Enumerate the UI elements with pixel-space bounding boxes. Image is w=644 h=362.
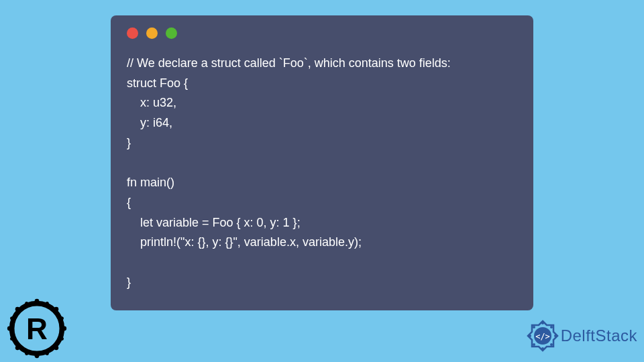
code-line: // We declare a struct called `Foo`, whi… — [127, 56, 451, 70]
code-line: } — [127, 136, 131, 149]
maximize-icon — [166, 27, 177, 39]
svg-point-22 — [541, 347, 544, 350]
code-line: fn main() — [127, 176, 174, 189]
svg-point-25 — [550, 326, 553, 328]
svg-point-8 — [54, 345, 58, 350]
svg-point-1 — [35, 299, 40, 304]
svg-point-7 — [15, 345, 20, 350]
svg-point-3 — [7, 326, 12, 331]
svg-point-13 — [10, 316, 13, 320]
svg-point-14 — [10, 337, 13, 341]
svg-point-5 — [15, 307, 20, 312]
svg-point-28 — [533, 343, 535, 346]
rust-logo-icon: R — [7, 298, 67, 359]
svg-point-27 — [550, 343, 553, 346]
traffic-lights — [127, 27, 517, 39]
svg-point-21 — [541, 322, 544, 324]
delftstack-name: DelftStack — [561, 326, 637, 345]
minimize-icon — [146, 27, 158, 39]
delftstack-logo: </> DelftStack — [526, 319, 637, 353]
svg-point-6 — [54, 307, 58, 312]
code-line: let variable = Foo { x: 0, y: 1 }; — [127, 216, 301, 229]
close-icon — [127, 27, 138, 39]
svg-point-15 — [60, 316, 64, 320]
svg-point-9 — [25, 302, 28, 305]
svg-point-23 — [529, 335, 531, 337]
code-line: { — [127, 196, 131, 209]
delftstack-icon: </> — [526, 319, 559, 353]
svg-text:</>: </> — [535, 332, 550, 341]
svg-point-16 — [60, 337, 64, 341]
svg-point-12 — [46, 352, 49, 355]
svg-point-4 — [62, 326, 66, 331]
code-line: struct Foo { — [127, 76, 188, 90]
code-line: x: u32, — [127, 96, 176, 109]
code-line: println!("x: {}, y: {}", variable.x, var… — [127, 235, 362, 249]
code-line: } — [127, 276, 131, 289]
svg-point-2 — [35, 353, 40, 358]
code-block: // We declare a struct called `Foo`, whi… — [127, 54, 517, 292]
code-window: // We declare a struct called `Foo`, whi… — [111, 15, 533, 310]
code-line: y: i64, — [127, 116, 172, 129]
svg-point-26 — [533, 326, 535, 328]
svg-text:R: R — [26, 312, 48, 345]
svg-point-24 — [554, 335, 557, 337]
svg-point-11 — [25, 352, 28, 355]
svg-point-10 — [46, 302, 49, 305]
